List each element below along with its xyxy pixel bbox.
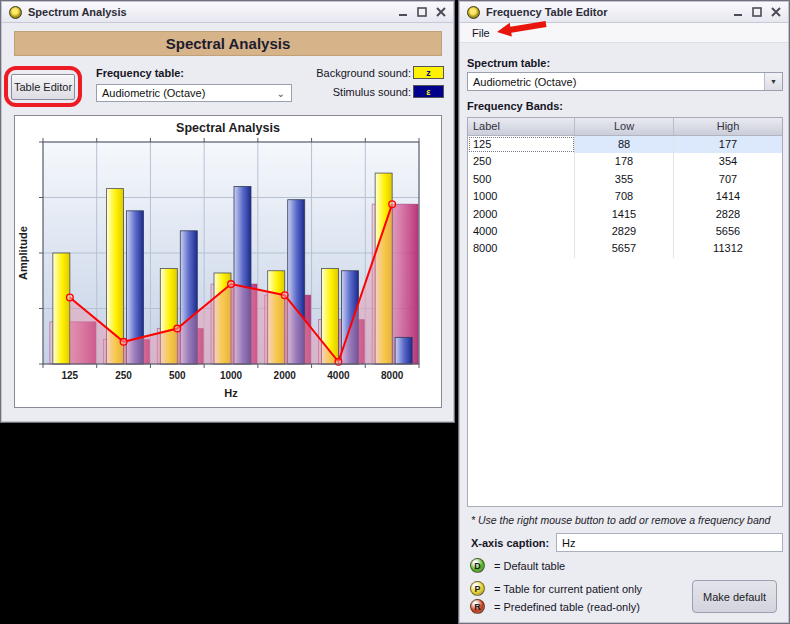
frequency-bands-table[interactable]: LabelLowHigh1258817725017835450035570710… [467,117,783,507]
cell-low[interactable]: 1415 [575,206,674,223]
cell-high[interactable]: 11312 [674,240,782,257]
background-sound-swatch: z [413,66,444,79]
cell-high[interactable]: 354 [674,153,782,170]
app-icon [9,6,22,19]
spectrum-table-combobox[interactable]: Audiometric (Octave) ▼ [467,72,783,91]
svg-text:4000: 4000 [327,370,350,381]
right-mouse-note: * Use the right mouse button to add or r… [471,514,770,526]
svg-text:8000: 8000 [381,370,404,381]
column-header-label[interactable]: Label [468,118,575,135]
minimize-icon[interactable] [398,7,408,17]
cell-low[interactable]: 708 [575,188,674,205]
x-axis-caption-input[interactable] [556,533,783,552]
svg-text:2000: 2000 [274,370,297,381]
svg-text:Spectral Analysis: Spectral Analysis [176,121,280,135]
cell-low[interactable]: 2829 [575,223,674,240]
stimulus-sound-label: Stimulus sound: [231,86,411,98]
close-icon[interactable] [771,7,781,17]
stimulus-sound-swatch: ε [413,85,444,98]
table-type-r-icon: R [470,599,485,614]
spectrum-analysis-window: Spectrum Analysis Spectral Analysis Tabl… [0,0,455,423]
desktop: Spectrum Analysis Spectral Analysis Tabl… [0,0,790,624]
table-header-row: LabelLowHigh [468,118,782,136]
cell-high[interactable]: 1414 [674,188,782,205]
table-row[interactable]: 8000565711312 [468,240,782,257]
frequency-table-editor-window: Frequency Table Editor File Spectrum tab… [458,0,790,624]
maximize-icon[interactable] [752,7,762,17]
svg-text:Amplitude: Amplitude [17,226,29,280]
background-sound-label: Background sound: [231,67,411,79]
legend-text: = Table for current patient only [494,583,642,595]
svg-text:500: 500 [169,370,186,381]
column-header-high[interactable]: High [674,118,782,135]
legend-text: = Default table [494,560,565,572]
cell-high[interactable]: 2828 [674,206,782,223]
cell-label[interactable]: 500 [468,171,575,188]
spectral-analysis-chart: 1252505001000200040008000HzSpectral Anal… [15,116,441,407]
cell-label[interactable]: 125 [468,136,575,153]
left-window-title: Spectrum Analysis [28,6,392,18]
frequency-bands-label: Frequency Bands: [467,100,563,112]
frequency-table-label: Frequency table: [96,67,184,79]
cell-high[interactable]: 707 [674,171,782,188]
cell-label[interactable]: 4000 [468,223,575,240]
make-default-button[interactable]: Make default [692,580,777,613]
svg-text:125: 125 [62,370,79,381]
spectral-analysis-banner: Spectral Analysis [14,31,442,56]
app-icon [467,6,480,19]
legend-item: R= Predefined table (read-only) [470,599,640,614]
table-row[interactable]: 12588177 [468,136,782,153]
cell-low[interactable]: 5657 [575,240,674,257]
spectrum-table-label: Spectrum table: [467,57,550,69]
cell-label[interactable]: 8000 [468,240,575,257]
x-axis-caption-label: X-axis caption: [471,537,549,549]
minimize-icon[interactable] [733,7,743,17]
maximize-icon[interactable] [417,7,427,17]
svg-text:1000: 1000 [220,370,243,381]
legend-item: P= Table for current patient only [470,581,642,596]
table-row[interactable]: 200014152828 [468,206,782,223]
cell-low[interactable]: 178 [575,153,674,170]
cell-low[interactable]: 88 [575,136,674,153]
menu-item-file[interactable]: File [472,27,490,39]
frequency-table-value: Audiometric (Octave) [102,87,205,99]
menu-bar: File [460,23,788,43]
spectrum-table-value: Audiometric (Octave) [468,73,764,90]
close-icon[interactable] [436,7,446,17]
table-type-d-icon: D [470,558,485,573]
legend-item: D= Default table [470,558,565,573]
table-row[interactable]: 500355707 [468,171,782,188]
table-row[interactable]: 250178354 [468,153,782,170]
right-window-title: Frequency Table Editor [486,6,727,18]
cell-label[interactable]: 1000 [468,188,575,205]
legend-text: = Predefined table (read-only) [494,601,640,613]
table-editor-button[interactable]: Table Editor [11,74,75,100]
chart-panel: 1252505001000200040008000HzSpectral Anal… [14,115,442,408]
table-row[interactable]: 10007081414 [468,188,782,205]
right-titlebar[interactable]: Frequency Table Editor [460,2,788,23]
cell-label[interactable]: 2000 [468,206,575,223]
cell-low[interactable]: 355 [575,171,674,188]
svg-text:250: 250 [115,370,132,381]
column-header-low[interactable]: Low [575,118,674,135]
table-type-p-icon: P [470,581,485,596]
dropdown-arrow-icon[interactable]: ▼ [764,73,782,90]
cell-high[interactable]: 177 [674,136,782,153]
svg-text:Hz: Hz [224,387,238,399]
cell-high[interactable]: 5656 [674,223,782,240]
table-row[interactable]: 400028295656 [468,223,782,240]
cell-label[interactable]: 250 [468,153,575,170]
left-titlebar[interactable]: Spectrum Analysis [2,2,453,23]
